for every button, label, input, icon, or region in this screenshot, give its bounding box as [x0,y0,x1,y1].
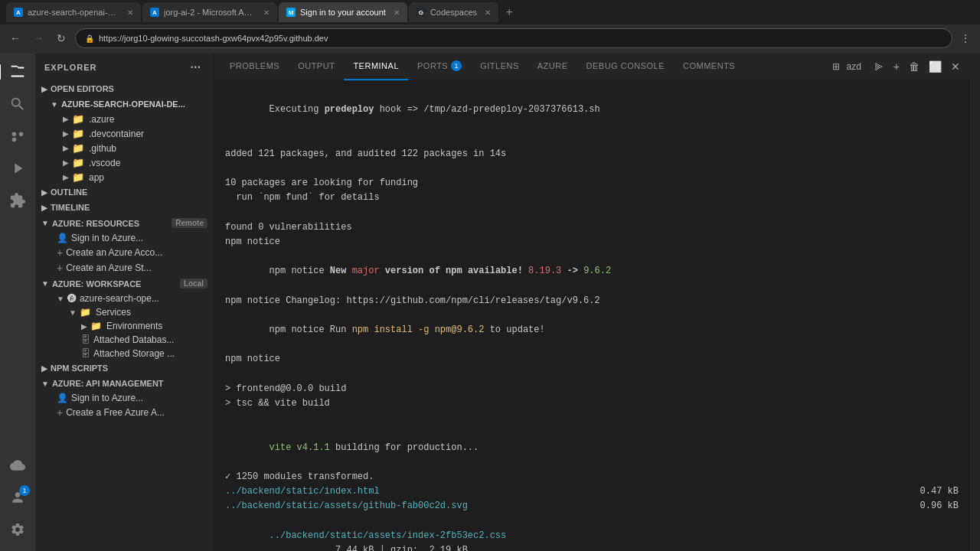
section-timeline[interactable]: ▶ TIMELINE [35,200,214,215]
workspace-root-label: azure-search-ope... [80,293,159,304]
activity-icon-explorer[interactable] [2,57,33,87]
terminal-close-icon[interactable]: ✕ [948,57,963,76]
term-blank-5 [225,411,959,425]
sidebar-header: EXPLORER ⋯ [35,54,214,81]
azure-signin-item[interactable]: 👤 Sign in to Azure... [35,231,214,245]
tab-gitlens-label: GITLENS [480,61,519,70]
outline-label: OUTLINE [51,187,87,197]
term-version-bold: version of npm available! [380,266,528,276]
local-badge: Local [180,279,207,289]
section-npm-scripts[interactable]: ▶ NPM SCRIPTS [35,360,214,376]
activity-icon-settings[interactable] [2,514,33,545]
tree-arrow-app: ▶ [63,173,69,181]
azure-api-arrow: ▼ [41,380,49,388]
tree-arrow-devcontainer: ▶ [63,129,69,138]
tree-item-github[interactable]: ▶ 📁 .github [35,141,214,155]
section-azure-workspace[interactable]: ▼ AZURE: WORKSPACE Local [35,276,214,292]
workspace-item-root[interactable]: ▼ 🅐 azure-search-ope... [35,292,214,305]
term-file-2-name: ../backend/static/assets/github-fab00c2d… [225,499,468,514]
tab-debug-console[interactable]: DEBUG CONSOLE [577,54,674,80]
workspace-attached-db[interactable]: 🗄 Attached Databas... [35,333,214,347]
person-icon-2: 👤 [57,393,68,403]
term-file-3-size: 7.44 kB │ gzip: 2.19 kB [270,545,468,551]
tree-item-azure[interactable]: ▶ 📁 .azure [35,112,214,126]
section-open-editors[interactable]: ▶ OPEN EDITORS [35,81,214,96]
tree-item-devcontainer[interactable]: ▶ 📁 .devcontainer [35,126,214,141]
activity-icon-extensions[interactable] [2,185,33,216]
tab-azure-portal[interactable]: A jorg-ai-2 - Microsoft Azure ✕ [142,2,277,22]
tab-close-3[interactable]: ✕ [394,8,400,17]
forward-button[interactable]: → [29,29,47,47]
tab-comments[interactable]: COMMENTS [674,54,744,80]
terminal-name-label: ⊞ [832,61,840,72]
tree-label-vscode: .vscode [89,158,120,168]
azure-create-account-item[interactable]: + Create an Azure Acco... [35,245,214,260]
tree-item-app[interactable]: ▶ 📁 app [35,170,214,184]
tree-label-github: .github [89,143,116,154]
tab-ports[interactable]: PORTS 1 [408,54,471,80]
activity-icon-run[interactable] [2,153,33,184]
terminal-split-icon[interactable]: ⫸ [871,57,887,76]
azure-resources-arrow: ▼ [41,219,49,227]
tab-azure[interactable]: AZURE [528,54,577,80]
tab-codespaces[interactable]: G Codespaces ✕ [409,2,498,22]
tab-close-1[interactable]: ✕ [127,8,133,17]
tab-debug-console-label: DEBUG CONSOLE [586,61,665,70]
remote-badge: Remote [172,218,207,228]
azure-create-st-item[interactable]: + Create an Azure St... [35,260,214,276]
term-blank-2 [225,161,959,176]
attached-storage-label: Attached Storage ... [93,348,175,359]
workspace-services[interactable]: ▼ 📁 Services [35,305,214,319]
section-azure-api[interactable]: ▼ AZURE: API MANAGEMENT [35,376,214,391]
activity-bar-bottom: 1 [2,450,33,551]
browser-nav-bar: ← → ↻ 🔒 https://jorg10-glowing-succotash… [0,24,980,52]
workspace-attached-storage[interactable]: 🗄 Attached Storage ... [35,347,214,360]
term-arrow: -> [561,266,583,276]
api-signin-item[interactable]: 👤 Sign in to Azure... [35,391,214,405]
tab-signin[interactable]: M Sign in to your account ✕ [279,2,407,22]
terminal-content[interactable]: Executing predeploy hook => /tmp/azd-pre… [214,80,969,551]
section-azure-resources[interactable]: ▼ AZURE: RESOURCES Remote [35,215,214,231]
back-button[interactable]: ← [6,29,24,47]
tab-close-2[interactable]: ✕ [263,8,270,17]
activity-icon-source-control[interactable] [2,121,33,152]
activity-icon-search[interactable] [2,89,33,119]
workspace-environments[interactable]: ▶ 📁 Environments [35,319,214,333]
new-file-icon[interactable]: ⋯ [187,60,204,75]
tab-favicon-4: G [416,8,426,17]
sidebar: EXPLORER ⋯ ▶ OPEN EDITORS ▼ AZURE-SEARCH… [35,54,214,551]
tab-terminal[interactable]: TERMINAL [344,54,408,80]
address-bar[interactable]: 🔒 https://jorg10-glowing-succotash-gxw64… [75,28,952,48]
reload-button[interactable]: ↻ [52,29,70,47]
section-azure-search[interactable]: ▼ AZURE-SEARCH-OPENAI-DE... [35,96,214,112]
tab-output[interactable]: OUTPUT [289,54,344,80]
terminal-trash-icon[interactable]: 🗑 [906,57,923,76]
activity-icon-account[interactable]: 1 [2,482,33,513]
tab-gitlens[interactable]: GITLENS [471,54,528,80]
tree-label-app: app [89,172,104,183]
new-tab-button[interactable]: + [500,3,518,21]
services-arrow: ▼ [69,308,77,317]
timeline-label: TIMELINE [51,203,90,212]
person-icon-1: 👤 [57,233,68,243]
tree-item-vscode[interactable]: ▶ 📁 .vscode [35,155,214,170]
tab-favicon-2: A [150,8,159,17]
api-create-item[interactable]: + Create a Free Azure A... [35,405,214,420]
term-line-11: > frontend@0.0.0 build [225,382,959,396]
azure-resources-label: AZURE: RESOURCES [52,219,139,228]
activity-icon-remote[interactable] [2,450,33,481]
tab-label-1: azure-search-openai-demo (Co... [28,8,119,17]
terminal-add-icon[interactable]: + [890,57,903,76]
term-line-13: vite v4.1.1 building for production... [225,425,959,470]
term-line-12: > tsc && vite build [225,396,959,411]
term-span-predeploy: predeploy [325,104,374,115]
terminal-maximize-icon[interactable]: ⬜ [926,57,945,76]
terminal-label-text: azd [846,61,861,72]
section-outline[interactable]: ▶ OUTLINE [35,184,214,200]
tab-close-4[interactable]: ✕ [485,8,491,17]
tab-problems[interactable]: PROBLEMS [220,54,289,80]
extensions-icon[interactable]: ⋮ [957,29,974,47]
term-blank-3 [225,206,959,220]
term-file-3: ../backend/static/assets/index-2fb53ec2.… [225,514,959,551]
tab-azure-search[interactable]: A azure-search-openai-demo (Co... ✕ [6,2,141,22]
